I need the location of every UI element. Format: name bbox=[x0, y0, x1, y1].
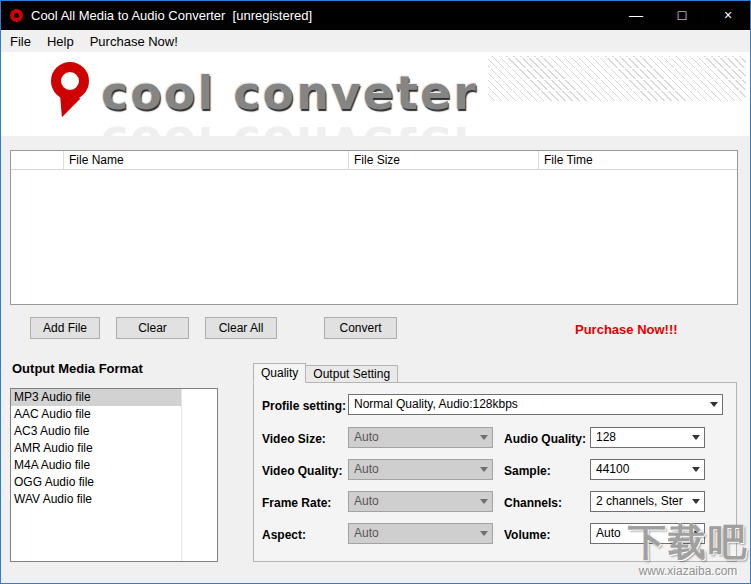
purchase-now-link[interactable]: Purchase Now!!! bbox=[575, 322, 678, 337]
output-media-format-label: Output Media Format bbox=[12, 361, 143, 376]
aspect-value: Auto bbox=[354, 524, 474, 543]
frame-rate-label: Frame Rate: bbox=[262, 496, 331, 510]
format-item-mp3[interactable]: MP3 Audio file bbox=[11, 389, 181, 406]
chevron-down-icon bbox=[475, 524, 492, 543]
column-index[interactable] bbox=[11, 151, 64, 169]
video-size-label: Video Size: bbox=[262, 432, 326, 446]
profile-setting-select[interactable]: Normal Quality, Audio:128kbps bbox=[348, 394, 723, 415]
banner: cool conveter cool conveter bbox=[1, 52, 750, 136]
audio-quality-select[interactable]: 128 bbox=[590, 427, 705, 448]
sample-value: 44100 bbox=[596, 460, 686, 479]
watermark-text: 下载吧 bbox=[628, 522, 748, 564]
tab-quality[interactable]: Quality bbox=[253, 363, 306, 383]
close-button[interactable]: × bbox=[705, 0, 751, 30]
window-title: Cool All Media to Audio Converter [unreg… bbox=[31, 8, 312, 23]
app-icon bbox=[10, 9, 23, 22]
video-size-value: Auto bbox=[354, 428, 474, 447]
column-file-size[interactable]: File Size bbox=[349, 151, 539, 169]
minimize-button[interactable]: — bbox=[613, 0, 659, 30]
file-list: File Name File Size File Time bbox=[10, 150, 738, 305]
video-quality-label: Video Quality: bbox=[262, 464, 342, 478]
file-list-body bbox=[11, 170, 737, 304]
menu-file[interactable]: File bbox=[1, 30, 39, 52]
chevron-down-icon bbox=[687, 492, 704, 511]
titlebar: Cool All Media to Audio Converter [unreg… bbox=[0, 0, 751, 30]
file-list-header: File Name File Size File Time bbox=[11, 151, 737, 170]
profile-setting-value: Normal Quality, Audio:128kbps bbox=[354, 395, 704, 414]
maximize-button[interactable]: □ bbox=[659, 0, 705, 30]
chevron-down-icon bbox=[475, 492, 492, 511]
sample-label: Sample: bbox=[504, 464, 551, 478]
logo-text: cool conveter bbox=[101, 66, 478, 120]
profile-setting-label: Profile setting: bbox=[262, 399, 346, 413]
logo-reflection: cool conveter bbox=[101, 116, 478, 136]
chevron-down-icon bbox=[687, 428, 704, 447]
format-item-aac[interactable]: AAC Audio file bbox=[11, 406, 181, 423]
add-file-button[interactable]: Add File bbox=[30, 317, 100, 339]
sample-select[interactable]: 44100 bbox=[590, 459, 705, 480]
format-item-ac3[interactable]: AC3 Audio file bbox=[11, 423, 181, 440]
channels-value: 2 channels, Ster bbox=[596, 492, 686, 511]
tab-output-setting[interactable]: Output Setting bbox=[305, 365, 398, 383]
clear-button[interactable]: Clear bbox=[116, 317, 189, 339]
frame-rate-select: Auto bbox=[348, 491, 493, 512]
menu-purchase-now[interactable]: Purchase Now! bbox=[82, 30, 186, 52]
chevron-down-icon bbox=[475, 460, 492, 479]
volume-label: Volume: bbox=[504, 528, 550, 542]
chevron-down-icon bbox=[687, 460, 704, 479]
video-size-select: Auto bbox=[348, 427, 493, 448]
banner-stripes-decoration bbox=[488, 56, 746, 102]
frame-rate-value: Auto bbox=[354, 492, 474, 511]
list-column-divider bbox=[181, 389, 182, 561]
channels-label: Channels: bbox=[504, 496, 562, 510]
watermark-url: www.xiazaiba.com bbox=[628, 564, 748, 578]
logo-icon bbox=[47, 60, 97, 118]
convert-button[interactable]: Convert bbox=[324, 317, 397, 339]
video-quality-value: Auto bbox=[354, 460, 474, 479]
audio-quality-label: Audio Quality: bbox=[504, 432, 586, 446]
site-watermark: 下载吧 www.xiazaiba.com bbox=[628, 522, 748, 578]
chevron-down-icon bbox=[475, 428, 492, 447]
chevron-down-icon bbox=[705, 395, 722, 414]
aspect-select: Auto bbox=[348, 523, 493, 544]
audio-quality-value: 128 bbox=[596, 428, 686, 447]
format-item-m4a[interactable]: M4A Audio file bbox=[11, 457, 181, 474]
format-item-wav[interactable]: WAV Audio file bbox=[11, 491, 181, 508]
settings-tabs: Quality Output Setting bbox=[253, 363, 397, 383]
aspect-label: Aspect: bbox=[262, 528, 306, 542]
menubar: File Help Purchase Now! bbox=[1, 30, 750, 52]
video-quality-select: Auto bbox=[348, 459, 493, 480]
menu-help[interactable]: Help bbox=[39, 30, 82, 52]
clear-all-button[interactable]: Clear All bbox=[205, 317, 277, 339]
format-item-ogg[interactable]: OGG Audio file bbox=[11, 474, 181, 491]
output-format-list: MP3 Audio file AAC Audio file AC3 Audio … bbox=[10, 388, 218, 562]
channels-select[interactable]: 2 channels, Ster bbox=[590, 491, 705, 512]
window-controls: — □ × bbox=[613, 0, 751, 30]
column-file-time[interactable]: File Time bbox=[539, 151, 737, 169]
column-file-name[interactable]: File Name bbox=[64, 151, 349, 169]
format-item-amr[interactable]: AMR Audio file bbox=[11, 440, 181, 457]
